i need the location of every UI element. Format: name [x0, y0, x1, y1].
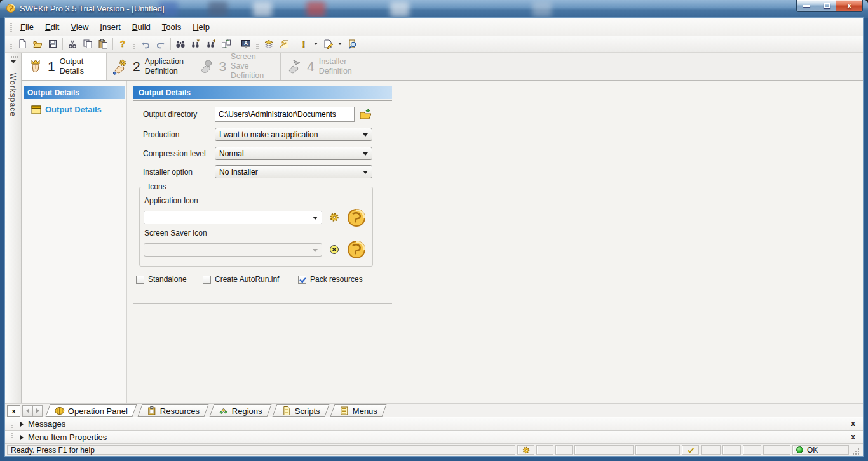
toolbar-gripper[interactable]: [256, 39, 259, 50]
messages-bar[interactable]: Messages x: [5, 417, 863, 431]
menu-insert[interactable]: Insert: [94, 20, 126, 34]
screen-saver-icon-label: Screen Saver Icon: [144, 229, 207, 237]
messages-close-button[interactable]: x: [851, 419, 855, 428]
installer-option-combo[interactable]: No Installer: [215, 165, 372, 178]
desktop-blur-blob: [306, 1, 325, 17]
toolbar-gripper[interactable]: [10, 39, 12, 50]
build-dropdown-arrow[interactable]: [338, 43, 342, 45]
chevron-down-icon: [363, 171, 368, 174]
toolbar-gripper[interactable]: [10, 22, 12, 32]
save-button[interactable]: [45, 37, 60, 51]
toolbar-gripper[interactable]: [133, 39, 135, 50]
new-button[interactable]: [15, 37, 30, 51]
compression-level-value: Normal: [219, 149, 244, 158]
production-label: Production: [143, 130, 179, 139]
status-cell: [701, 445, 721, 455]
workspace-gripper[interactable]: [8, 56, 18, 58]
cut-button[interactable]: [65, 37, 80, 51]
menu-help[interactable]: Help: [187, 20, 215, 34]
preview-button[interactable]: [344, 37, 360, 51]
production-combo[interactable]: I want to make an application: [215, 128, 372, 141]
tree-item-output-details[interactable]: Output Details: [31, 105, 126, 114]
menu-build[interactable]: Build: [126, 20, 156, 34]
wizard-step-output-details[interactable]: 1 OutputDetails: [22, 53, 107, 80]
maximize-button[interactable]: [817, 0, 836, 12]
screen-saver-icon-combo: [144, 243, 322, 257]
output-directory-input[interactable]: [215, 107, 355, 122]
resize-grip[interactable]: [852, 448, 860, 455]
application-swf-logo-icon[interactable]: [346, 207, 367, 229]
tab-operation-panel[interactable]: Operation Panel: [46, 404, 137, 417]
tab-label: Operation Panel: [68, 406, 128, 415]
expand-arrow-icon[interactable]: [20, 422, 24, 427]
panel-gripper[interactable]: [11, 433, 13, 441]
icons-group-title: Icons: [145, 182, 170, 191]
tools-button[interactable]: [276, 37, 292, 51]
tab-menus[interactable]: Menus: [330, 404, 386, 417]
screen-saver-swf-logo-icon[interactable]: [346, 239, 367, 260]
close-button[interactable]: x: [836, 0, 863, 12]
menu-edit[interactable]: Edit: [39, 20, 65, 34]
find-previous-button[interactable]: [203, 37, 219, 51]
output-details-header: Output Details: [133, 86, 392, 99]
test-movie-dropdown-arrow[interactable]: [314, 43, 318, 45]
browse-folder-button[interactable]: [358, 106, 374, 121]
workspace-strip: Workspace: [5, 53, 22, 403]
tab-regions[interactable]: Regions: [210, 404, 272, 417]
menu-file[interactable]: File: [15, 20, 39, 34]
tab-resources[interactable]: Resources: [137, 404, 208, 417]
menu-item-properties-close-button[interactable]: x: [851, 432, 855, 441]
standalone-checkbox[interactable]: Standalone: [136, 275, 187, 284]
open-button[interactable]: [30, 37, 45, 51]
menu-item-properties-bar[interactable]: Menu Item Properties x: [5, 431, 863, 444]
chevron-down-icon: [363, 133, 368, 137]
redo-button[interactable]: [153, 37, 168, 51]
replace-button[interactable]: [219, 37, 234, 51]
ok-label: OK: [807, 446, 818, 455]
tab-scroll-left-button[interactable]: [22, 405, 32, 417]
status-cell: [574, 445, 634, 455]
build-button[interactable]: [320, 37, 336, 51]
copy-button[interactable]: [80, 37, 95, 51]
wizard-step-application-definition[interactable]: 2 ApplicationDefinition: [107, 53, 193, 80]
find-button[interactable]: [173, 37, 188, 51]
minimize-button[interactable]: [796, 0, 817, 12]
new-file-icon: [17, 39, 27, 49]
compression-level-combo[interactable]: Normal: [215, 147, 372, 160]
help-button[interactable]: ?: [115, 37, 130, 51]
toolbar-separator: [112, 38, 113, 50]
paste-button[interactable]: [95, 37, 111, 51]
menus-icon: [339, 406, 349, 416]
resources-icon: [147, 406, 157, 416]
find-next-button[interactable]: [188, 37, 203, 51]
paste-clipboard-icon: [98, 39, 108, 49]
hand-crown-icon: [27, 58, 43, 75]
messages-label: Messages: [28, 419, 65, 429]
application-icon-combo[interactable]: [144, 211, 322, 224]
panel-gripper[interactable]: [11, 420, 13, 428]
expand-arrow-icon[interactable]: [20, 435, 24, 440]
build-page-pencil-icon: [323, 39, 333, 49]
checkbox-box: [298, 276, 306, 284]
status-bar: Ready. Press F1 for help OK: [5, 444, 863, 456]
skins-button[interactable]: [261, 37, 276, 51]
panel-close-button[interactable]: x: [7, 405, 20, 417]
screen-saver-icon-disabled-button[interactable]: [328, 243, 341, 256]
create-autorun-checkbox[interactable]: Create AutoRun.inf: [203, 275, 279, 284]
output-directory-label: Output directory: [143, 110, 197, 119]
workspace-label[interactable]: Workspace: [8, 73, 17, 117]
test-movie-button[interactable]: !: [296, 37, 311, 51]
bottom-tab-bar: x Operation Panel Resources Regions Scri…: [5, 403, 863, 417]
tab-scroll-right-button[interactable]: [32, 405, 43, 417]
display-settings-button[interactable]: A: [238, 37, 254, 51]
undo-button[interactable]: [138, 37, 153, 51]
app-window: SWFKit Pro 3.5 Trial Version - [Untitled…: [0, 0, 868, 461]
chevron-down-icon[interactable]: [11, 60, 16, 63]
menu-view[interactable]: View: [65, 20, 94, 34]
menu-tools[interactable]: Tools: [156, 20, 187, 34]
tree-item-label: Output Details: [45, 105, 102, 114]
application-icon-settings-button[interactable]: [327, 210, 341, 224]
tab-scripts[interactable]: Scripts: [272, 404, 329, 417]
find-binoculars-icon: [175, 39, 186, 49]
pack-resources-checkbox[interactable]: Pack resources: [298, 275, 363, 284]
